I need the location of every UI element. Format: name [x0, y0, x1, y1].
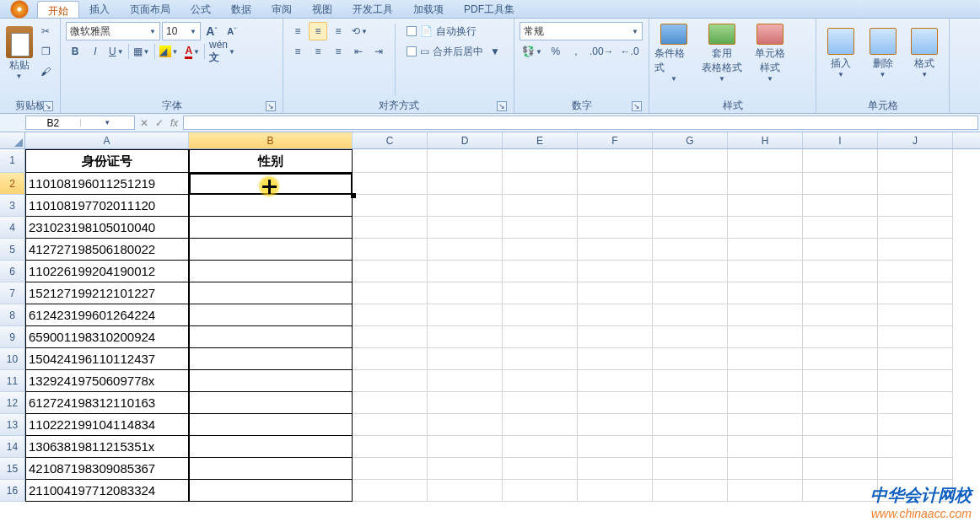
paste-button[interactable]: 粘贴 ▼ [5, 22, 33, 83]
tab-formulas[interactable]: 公式 [180, 0, 221, 18]
merge-center-button[interactable]: ▭合并后居中▼ [402, 42, 504, 61]
number-format-combo[interactable]: 常规▼ [520, 22, 643, 40]
cancel-icon[interactable]: ✕ [140, 117, 148, 129]
clipboard-launcher-icon[interactable]: ↘ [43, 101, 53, 111]
cell-B4[interactable] [189, 217, 353, 239]
row-header-5[interactable]: 5 [0, 239, 25, 261]
row-header-11[interactable]: 11 [0, 370, 25, 392]
font-color-button[interactable]: A▼ [182, 42, 202, 61]
align-right-button[interactable]: ≡ [329, 42, 347, 61]
name-box[interactable]: B2▼ [25, 116, 135, 130]
cell-B2[interactable] [189, 173, 353, 195]
cell-A4[interactable]: 231023198105010040 [25, 217, 189, 239]
font-launcher-icon[interactable]: ↘ [266, 101, 276, 111]
cell-A3[interactable]: 110108197702011120 [25, 195, 189, 217]
accounting-button[interactable]: 💱▼ [520, 42, 545, 61]
row-header-2[interactable]: 2 [0, 173, 25, 195]
cell-B10[interactable] [189, 348, 353, 370]
row-header-13[interactable]: 13 [0, 414, 25, 436]
cell-A15[interactable]: 421087198309085367 [25, 458, 189, 480]
conditional-format-button[interactable]: 条件格式▼ [654, 22, 693, 83]
cell-A8[interactable]: 612423199601264224 [25, 304, 189, 326]
cell-B1[interactable]: 性别 [189, 149, 353, 173]
col-header-B[interactable]: B [189, 132, 353, 148]
font-size-combo[interactable]: 10▼ [162, 22, 201, 40]
col-header-C[interactable]: C [353, 132, 428, 148]
row-header-16[interactable]: 16 [0, 480, 25, 502]
tab-layout[interactable]: 页面布局 [120, 0, 180, 18]
cell-A6[interactable]: 110226199204190012 [25, 261, 189, 282]
underline-button[interactable]: U▼ [106, 42, 127, 61]
tab-review[interactable]: 审阅 [261, 0, 302, 18]
cell-A9[interactable]: 659001198310200924 [25, 326, 189, 348]
decrease-indent-button[interactable]: ⇤ [349, 42, 368, 61]
row-header-10[interactable]: 10 [0, 348, 25, 370]
cell-B16[interactable] [189, 480, 353, 502]
italic-button[interactable]: I [86, 42, 105, 61]
row-header-3[interactable]: 3 [0, 195, 25, 217]
fill-handle[interactable] [351, 193, 356, 198]
cell-A12[interactable]: 612724198312110163 [25, 392, 189, 414]
cell-B15[interactable] [189, 458, 353, 480]
col-header-F[interactable]: F [578, 132, 653, 148]
decrease-decimal-button[interactable]: ←.0 [618, 42, 642, 61]
cell-A16[interactable]: 211004197712083324 [25, 480, 189, 502]
cell-B12[interactable] [189, 392, 353, 414]
delete-button[interactable]: 删除▼ [864, 22, 902, 83]
tab-data[interactable]: 数据 [221, 0, 261, 18]
col-header-D[interactable]: D [428, 132, 503, 148]
row-header-9[interactable]: 9 [0, 326, 25, 348]
increase-indent-button[interactable]: ⇥ [369, 42, 388, 61]
cell-B13[interactable] [189, 414, 353, 436]
format-table-button[interactable]: 套用 表格格式▼ [697, 22, 747, 83]
cell-styles-button[interactable]: 单元格 样式▼ [751, 22, 789, 83]
cell-B6[interactable] [189, 261, 353, 282]
align-launcher-icon[interactable]: ↘ [497, 101, 507, 111]
phonetic-button[interactable]: wén文▼ [207, 42, 238, 61]
align-middle-button[interactable]: ≡ [309, 22, 327, 40]
cell-B8[interactable] [189, 304, 353, 326]
enter-icon[interactable]: ✓ [155, 117, 164, 129]
increase-decimal-button[interactable]: .00→ [587, 42, 617, 61]
cell-A1[interactable]: 身份证号 [25, 149, 189, 173]
border-button[interactable]: ▦▼ [131, 42, 153, 61]
tab-pdf[interactable]: PDF工具集 [454, 0, 525, 18]
cell-B11[interactable] [189, 370, 353, 392]
format-button[interactable]: 格式▼ [905, 22, 944, 83]
cell-B9[interactable] [189, 326, 353, 348]
cell-A13[interactable]: 110222199104114834 [25, 414, 189, 436]
tab-insert[interactable]: 插入 [79, 0, 120, 18]
row-header-6[interactable]: 6 [0, 261, 25, 282]
tab-view[interactable]: 视图 [302, 0, 342, 18]
comma-button[interactable]: , [567, 42, 585, 61]
cell-A7[interactable]: 152127199212101227 [25, 282, 189, 304]
wrap-text-button[interactable]: 📄自动换行 [402, 22, 504, 40]
font-name-combo[interactable]: 微软雅黑▼ [66, 22, 160, 40]
align-left-button[interactable]: ≡ [288, 42, 307, 61]
cut-button[interactable]: ✂ [36, 22, 55, 40]
formula-input[interactable] [183, 116, 978, 130]
cell-B5[interactable] [189, 239, 353, 261]
col-header-J[interactable]: J [878, 132, 953, 148]
percent-button[interactable]: % [547, 42, 565, 61]
orientation-button[interactable]: ⟲▼ [349, 22, 370, 40]
cell-B7[interactable] [189, 282, 353, 304]
select-all-corner[interactable] [0, 132, 25, 148]
align-bottom-button[interactable]: ≡ [329, 22, 347, 40]
col-header-A[interactable]: A [25, 132, 189, 148]
row-header-14[interactable]: 14 [0, 436, 25, 458]
row-header-7[interactable]: 7 [0, 282, 25, 304]
fx-icon[interactable]: fx [170, 117, 178, 129]
fill-color-button[interactable]: ◢▼ [157, 42, 181, 61]
row-header-8[interactable]: 8 [0, 304, 25, 326]
align-center-button[interactable]: ≡ [309, 42, 327, 61]
row-header-1[interactable]: 1 [0, 149, 25, 173]
tab-home[interactable]: 开始 [37, 1, 79, 18]
format-painter-button[interactable]: 🖌 [36, 62, 55, 81]
cell-A2[interactable]: 110108196011251219 [25, 173, 189, 195]
number-launcher-icon[interactable]: ↘ [632, 101, 642, 111]
tab-developer[interactable]: 开发工具 [342, 0, 403, 18]
row-header-12[interactable]: 12 [0, 392, 25, 414]
col-header-H[interactable]: H [728, 132, 803, 148]
row-header-4[interactable]: 4 [0, 217, 25, 239]
